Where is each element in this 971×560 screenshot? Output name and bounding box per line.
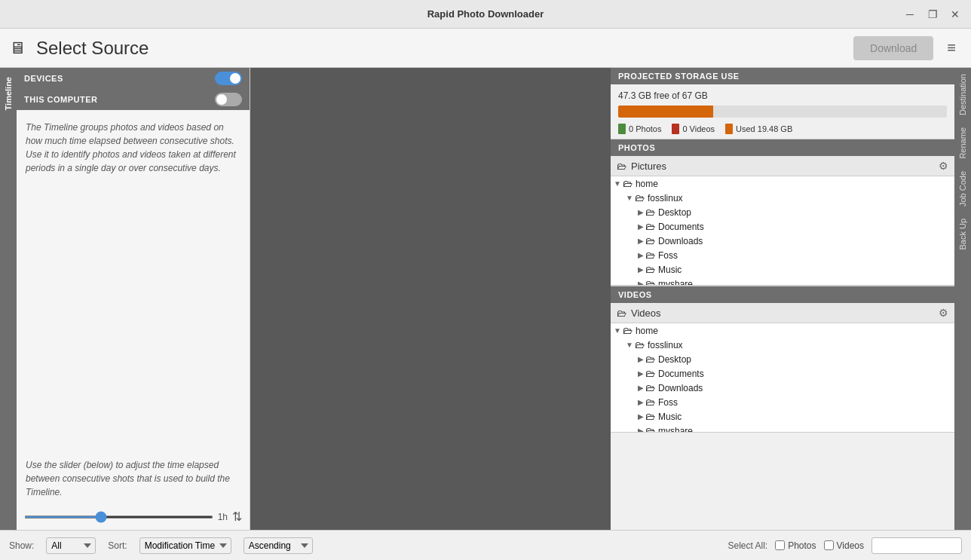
search-input[interactable] [871, 537, 962, 554]
folder-icon: 🗁 [635, 339, 645, 350]
legend-photos-dot [618, 124, 626, 134]
photos-folder-icon: 🗁 [617, 161, 626, 172]
tab-backup[interactable]: Back Up [955, 213, 970, 256]
bottom-right: Select All: Photos Videos [727, 537, 962, 554]
tree-arrow[interactable]: ▶ [638, 412, 644, 421]
tree-item[interactable]: ▼🗁fosslinux [611, 338, 954, 352]
storage-header-label: PROJECTED STORAGE USE [618, 72, 740, 81]
menu-button[interactable]: ≡ [941, 36, 962, 60]
tree-arrow[interactable]: ▶ [638, 355, 644, 363]
devices-toggle-knob [230, 73, 240, 84]
videos-tree[interactable]: ▼🗁home▼🗁fosslinux▶🗁Desktop▶🗁Documents▶🗁D… [611, 323, 954, 433]
tree-arrow[interactable]: ▼ [614, 179, 621, 188]
photos-section: PHOTOS 🗁 Pictures ⚙ ▼🗁home▼🗁fosslinux▶🗁D… [611, 139, 954, 286]
sort-direction-icon[interactable]: ⇅ [232, 510, 242, 524]
close-button[interactable]: ✕ [945, 5, 965, 24]
videos-checkbox-label[interactable]: Videos [824, 540, 864, 551]
tree-item[interactable]: ▶🗁Documents [611, 219, 954, 234]
photos-gear-icon[interactable]: ⚙ [939, 160, 948, 172]
legend-videos: 0 Videos [672, 124, 715, 134]
photos-tree[interactable]: ▼🗁home▼🗁fosslinux▶🗁Desktop▶🗁Documents▶🗁D… [611, 176, 954, 286]
right-side-tabs: Destination Rename Job Code Back Up [954, 68, 971, 530]
this-computer-label: THIS COMPUTER [24, 95, 98, 104]
tree-label: Downloads [658, 383, 703, 393]
this-computer-toggle-knob [216, 94, 227, 105]
show-select[interactable]: All Photos Videos [46, 537, 96, 554]
tree-arrow[interactable]: ▶ [638, 398, 644, 406]
maximize-button[interactable]: ❐ [923, 5, 942, 24]
storage-header: PROJECTED STORAGE USE [611, 68, 954, 84]
folder-icon: 🗁 [623, 178, 633, 189]
tree-arrow[interactable]: ▼ [626, 341, 633, 349]
sort-select[interactable]: Modification Time Filename File extensio… [139, 537, 231, 554]
tree-item[interactable]: ▶🗁Downloads [611, 234, 954, 248]
window-controls: ─ ❐ ✕ [900, 5, 965, 24]
folder-icon: 🗁 [645, 382, 655, 393]
sidebar-item-timeline[interactable]: Timeline [1, 71, 16, 116]
tree-arrow[interactable]: ▶ [638, 222, 644, 231]
tree-item[interactable]: ▶🗁Desktop [611, 352, 954, 366]
tree-arrow[interactable]: ▶ [638, 427, 644, 433]
tab-job-code[interactable]: Job Code [955, 165, 970, 213]
photos-header: PHOTOS [611, 139, 954, 156]
timeline-description: The Timeline groups photos and videos ba… [17, 110, 250, 451]
tree-item[interactable]: ▶🗁Downloads [611, 381, 954, 395]
tree-arrow[interactable]: ▼ [614, 326, 621, 335]
tree-item[interactable]: ▼🗁fosslinux [611, 191, 954, 205]
download-button[interactable]: Download [853, 36, 933, 60]
folder-icon: 🗁 [645, 207, 655, 218]
tree-arrow[interactable]: ▶ [638, 280, 644, 286]
videos-gear-icon[interactable]: ⚙ [939, 307, 948, 319]
left-side-tabs: Timeline [0, 68, 17, 530]
tree-item[interactable]: ▼🗁home [611, 176, 954, 191]
tree-arrow[interactable]: ▶ [638, 265, 644, 274]
tree-arrow[interactable]: ▶ [638, 251, 644, 259]
tree-item[interactable]: ▶🗁Foss [611, 395, 954, 409]
photos-folder-row: 🗁 Pictures ⚙ [611, 156, 954, 176]
tree-arrow[interactable]: ▶ [638, 208, 644, 216]
tree-label: myshare [658, 426, 693, 433]
tree-item[interactable]: ▶🗁Documents [611, 366, 954, 381]
devices-toggle[interactable] [215, 72, 242, 85]
tree-item[interactable]: ▶🗁Desktop [611, 205, 954, 219]
page-title: Select Source [36, 38, 846, 59]
tree-item[interactable]: ▶🗁myshare [611, 277, 954, 286]
tree-arrow[interactable]: ▼ [626, 194, 633, 202]
tree-arrow[interactable]: ▶ [638, 369, 644, 378]
videos-folder-icon: 🗁 [617, 308, 626, 319]
videos-checkbox[interactable] [824, 540, 834, 550]
order-select[interactable]: Ascending Descending [244, 537, 313, 554]
tree-item[interactable]: ▶🗁Foss [611, 248, 954, 262]
tree-item[interactable]: ▼🗁home [611, 323, 954, 338]
tree-label: home [636, 326, 658, 336]
storage-bar [618, 106, 947, 118]
legend-photos: 0 Photos [618, 124, 661, 134]
tree-label: home [636, 179, 658, 189]
tree-arrow[interactable]: ▶ [638, 384, 644, 392]
this-computer-section-header: THIS COMPUTER [17, 89, 250, 110]
timeline-slider[interactable] [24, 516, 213, 519]
select-all-label: Select All: [727, 540, 767, 551]
tab-rename[interactable]: Rename [955, 121, 970, 165]
tree-item[interactable]: ▶🗁Music [611, 409, 954, 424]
folder-icon: 🗁 [645, 264, 655, 275]
photos-folder-name: 🗁 Pictures [617, 161, 666, 172]
storage-bar-fill [618, 106, 713, 118]
tree-arrow[interactable]: ▶ [638, 237, 644, 245]
minimize-button[interactable]: ─ [900, 5, 920, 24]
photos-checkbox[interactable] [775, 540, 785, 550]
tree-label: myshare [658, 279, 693, 286]
tree-item[interactable]: ▶🗁myshare [611, 424, 954, 433]
tab-destination[interactable]: Destination [955, 68, 970, 121]
folder-icon: 🗁 [623, 325, 633, 336]
folder-icon: 🗁 [645, 425, 655, 433]
photos-folder-label: Pictures [631, 161, 666, 172]
folder-icon: 🗁 [645, 235, 655, 246]
tree-label: Documents [658, 222, 704, 232]
photos-checkbox-label[interactable]: Photos [775, 540, 816, 551]
tree-label: Desktop [658, 354, 691, 365]
this-computer-toggle[interactable] [215, 93, 242, 106]
tree-item[interactable]: ▶🗁Music [611, 262, 954, 277]
center-panel [250, 68, 611, 530]
legend-used-dot [725, 124, 733, 134]
